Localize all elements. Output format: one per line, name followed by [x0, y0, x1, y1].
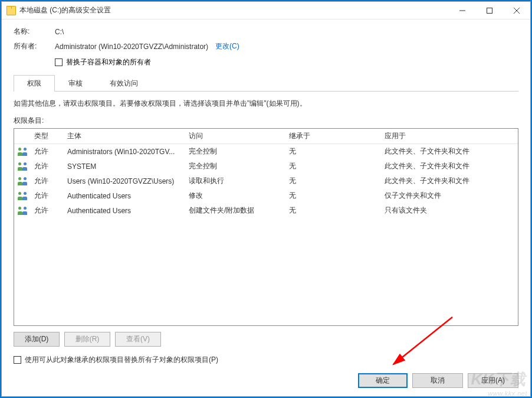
tab-label: 权限 — [27, 79, 41, 87]
cell-inherit: 无 — [285, 203, 381, 218]
dialog-buttons: 确定 取消 应用(A) — [14, 371, 518, 388]
group-icon — [18, 162, 27, 171]
table-row[interactable]: 允许Authenticated Users修改无仅子文件夹和文件 — [14, 188, 518, 203]
minimize-button[interactable] — [449, 2, 476, 19]
name-row: 名称: C:\ — [14, 27, 518, 37]
cell-apply: 只有该文件夹 — [381, 203, 518, 218]
cell-type: 允许 — [31, 188, 64, 203]
action-buttons: 添加(D) 删除(R) 查看(V) — [14, 332, 518, 347]
cell-principal: Authenticated Users — [64, 204, 185, 217]
col-inherit[interactable]: 继承于 — [285, 129, 381, 143]
cell-type: 允许 — [31, 174, 64, 188]
replace-child-row: 使用可从此对象继承的权限项目替换所有子对象的权限项目(P) — [14, 355, 518, 365]
table-row[interactable]: 允许SYSTEM完全控制无此文件夹、子文件夹和文件 — [14, 159, 518, 174]
ok-button[interactable]: 确定 — [358, 373, 408, 388]
tabs: 权限 审核 有效访问 — [14, 74, 518, 92]
owner-label: 所有者: — [14, 41, 55, 51]
add-button[interactable]: 添加(D) — [14, 332, 60, 347]
tab-permissions[interactable]: 权限 — [14, 75, 55, 92]
tab-effective-access[interactable]: 有效访问 — [96, 75, 152, 92]
cell-apply: 此文件夹、子文件夹和文件 — [381, 159, 518, 174]
cell-apply: 仅子文件夹和文件 — [381, 188, 518, 203]
table-row[interactable]: 允许Authenticated Users创建文件夹/附加数据无只有该文件夹 — [14, 203, 518, 218]
watermark-url: www.kkx.net — [488, 390, 527, 397]
cancel-button[interactable]: 取消 — [412, 373, 463, 388]
window-title: 本地磁盘 (C:)的高级安全设置 — [19, 5, 449, 15]
owner-row: 所有者: Administrator (Win10-2020TGVZZ\Admi… — [14, 41, 518, 51]
replace-owner-checkbox[interactable] — [55, 58, 63, 66]
table-row[interactable]: 允许Users (Win10-2020TGVZZ\Users)读取和执行无此文件… — [14, 174, 518, 188]
cell-type: 允许 — [31, 203, 64, 218]
change-owner-link[interactable]: 更改(C) — [215, 41, 239, 51]
group-icon — [18, 177, 27, 185]
cell-apply: 此文件夹、子文件夹和文件 — [381, 144, 518, 159]
list-header: 类型 主体 访问 继承于 应用于 — [14, 129, 518, 144]
maximize-button[interactable] — [476, 2, 503, 19]
cell-principal: Users (Win10-2020TGVZZ\Users) — [64, 175, 185, 188]
cell-principal: Administrators (Win10-2020TGV... — [64, 145, 185, 158]
group-icon — [18, 192, 27, 200]
cell-inherit: 无 — [285, 159, 381, 174]
remove-button: 删除(R) — [64, 332, 110, 347]
cell-inherit: 无 — [285, 144, 381, 159]
tab-label: 有效访问 — [110, 79, 138, 87]
replace-child-label: 使用可从此对象继承的权限项目替换所有子对象的权限项目(P) — [25, 355, 218, 365]
col-apply[interactable]: 应用于 — [381, 129, 518, 143]
name-value: C:\ — [55, 28, 64, 36]
cell-inherit: 无 — [285, 174, 381, 188]
group-icon — [18, 148, 27, 156]
dialog-content: 名称: C:\ 所有者: Administrator (Win10-2020TG… — [2, 19, 530, 396]
watermark-logo: KK下载 — [471, 369, 526, 390]
cell-type: 允许 — [31, 144, 64, 159]
svg-rect-1 — [487, 8, 492, 13]
cell-principal: Authenticated Users — [64, 190, 185, 203]
cell-access: 完全控制 — [185, 144, 285, 159]
close-button[interactable] — [503, 2, 530, 19]
cell-inherit: 无 — [285, 188, 381, 203]
instructions-text: 如需其他信息，请双击权限项目。若要修改权限项目，请选择该项目并单击"编辑"(如果… — [14, 99, 518, 109]
table-row[interactable]: 允许Administrators (Win10-2020TGV...完全控制无此… — [14, 144, 518, 159]
cell-type: 允许 — [31, 159, 64, 174]
titlebar: 本地磁盘 (C:)的高级安全设置 — [2, 2, 530, 19]
tab-audit[interactable]: 审核 — [55, 75, 96, 92]
window-controls — [449, 2, 530, 19]
cell-access: 修改 — [185, 188, 285, 203]
security-dialog-window: 本地磁盘 (C:)的高级安全设置 名称: C:\ 所有者: Administra… — [1, 1, 531, 397]
replace-child-checkbox[interactable] — [14, 356, 21, 364]
list-label: 权限条目: — [14, 116, 518, 126]
cell-principal: SYSTEM — [64, 160, 185, 173]
cell-access: 完全控制 — [185, 159, 285, 174]
col-type[interactable]: 类型 — [31, 129, 64, 143]
replace-owner-label: 替换子容器和对象的所有者 — [66, 57, 151, 67]
col-principal[interactable]: 主体 — [64, 129, 185, 143]
cell-access: 读取和执行 — [185, 174, 285, 188]
col-access[interactable]: 访问 — [185, 129, 285, 143]
owner-value: Administrator (Win10-2020TGVZZ\Administr… — [55, 43, 208, 51]
folder-icon — [6, 6, 16, 15]
permission-list[interactable]: 类型 主体 访问 继承于 应用于 允许Administrators (Win10… — [14, 128, 518, 326]
name-label: 名称: — [14, 27, 55, 37]
view-button: 查看(V) — [115, 332, 161, 347]
replace-owner-row: 替换子容器和对象的所有者 — [55, 57, 518, 67]
cell-apply: 此文件夹、子文件夹和文件 — [381, 174, 518, 188]
group-icon — [18, 207, 27, 215]
tab-label: 审核 — [68, 79, 83, 87]
cell-access: 创建文件夹/附加数据 — [185, 203, 285, 218]
